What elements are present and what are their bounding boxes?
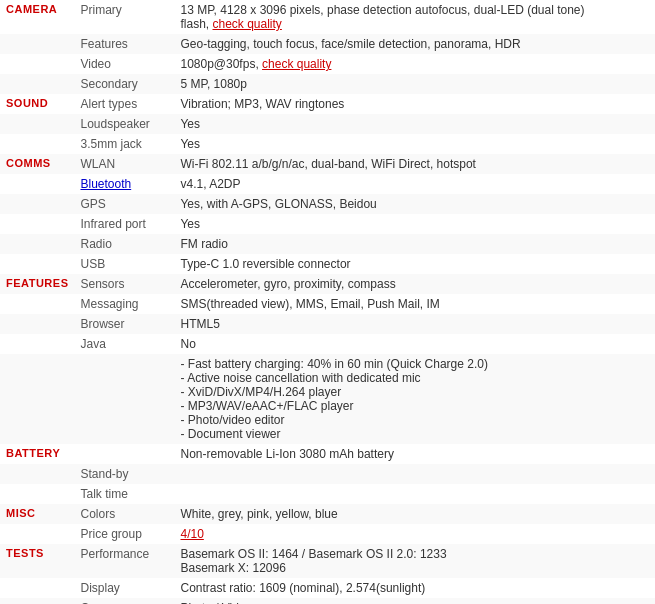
check-quality-link-video[interactable]: check quality xyxy=(262,57,331,71)
comms-usb-row: USB Type-C 1.0 reversible connector xyxy=(0,254,655,274)
java-value: No xyxy=(174,334,655,354)
talktime-label: Talk time xyxy=(74,484,174,504)
performance-label: Performance xyxy=(74,544,174,578)
camera-test-value: Photo / Video xyxy=(174,598,655,604)
wlan-value: Wi-Fi 802.11 a/b/g/n/ac, dual-band, WiFi… xyxy=(174,154,655,174)
sound-section-header: SOUND Alert types Vibration; MP3, WAV ri… xyxy=(0,94,655,114)
java-label: Java xyxy=(74,334,174,354)
camera-section-header: CAMERA Primary 13 MP, 4128 x 3096 pixels… xyxy=(0,0,655,34)
secondary-label: Secondary xyxy=(74,74,174,94)
features-value: Geo-tagging, touch focus, face/smile det… xyxy=(174,34,655,54)
camera-category: CAMERA xyxy=(0,0,74,34)
check-quality-link-camera[interactable]: check quality xyxy=(212,17,281,31)
misc-section-header: MISC Colors White, grey, pink, yellow, b… xyxy=(0,504,655,524)
features-label: Features xyxy=(74,34,174,54)
features-category: FEATURES xyxy=(0,274,74,294)
battery-standby-row: Stand-by xyxy=(0,464,655,484)
alert-types-value: Vibration; MP3, WAV ringtones xyxy=(174,94,655,114)
bluetooth-link[interactable]: Bluetooth xyxy=(80,177,131,191)
price-group-link[interactable]: 4/10 xyxy=(180,527,203,541)
infrared-label: Infrared port xyxy=(74,214,174,234)
radio-value: FM radio xyxy=(174,234,655,254)
video-label: Video xyxy=(74,54,174,74)
colors-value: White, grey, pink, yellow, blue xyxy=(174,504,655,524)
performance-value: Basemark OS II: 1464 / Basemark OS II 2.… xyxy=(174,544,655,578)
camera-test-label: Camera xyxy=(74,598,174,604)
display-label: Display xyxy=(74,578,174,598)
features-extra-row: - Fast battery charging: 40% in 60 min (… xyxy=(0,354,655,444)
comms-infrared-row: Infrared port Yes xyxy=(0,214,655,234)
alert-types-label: Alert types xyxy=(74,94,174,114)
sound-jack-row: 3.5mm jack Yes xyxy=(0,134,655,154)
bluetooth-value: v4.1, A2DP xyxy=(174,174,655,194)
usb-value: Type-C 1.0 reversible connector xyxy=(174,254,655,274)
comms-bluetooth-row: Bluetooth v4.1, A2DP xyxy=(0,174,655,194)
battery-main-value: Non-removable Li-Ion 3080 mAh battery xyxy=(174,444,655,464)
sound-category: SOUND xyxy=(0,94,74,114)
messaging-label: Messaging xyxy=(74,294,174,314)
comms-section-header: COMMS WLAN Wi-Fi 802.11 a/b/g/n/ac, dual… xyxy=(0,154,655,174)
price-group-value: 4/10 xyxy=(174,524,655,544)
comms-gps-row: GPS Yes, with A-GPS, GLONASS, Beidou xyxy=(0,194,655,214)
misc-price-row: Price group 4/10 xyxy=(0,524,655,544)
loudspeaker-label: Loudspeaker xyxy=(74,114,174,134)
features-section-header: FEATURES Sensors Accelerometer, gyro, pr… xyxy=(0,274,655,294)
secondary-value: 5 MP, 1080p xyxy=(174,74,655,94)
jack-label: 3.5mm jack xyxy=(74,134,174,154)
browser-label: Browser xyxy=(74,314,174,334)
standby-label: Stand-by xyxy=(74,464,174,484)
video-value: 1080p@30fps, check quality xyxy=(174,54,655,74)
features-extra-value: - Fast battery charging: 40% in 60 min (… xyxy=(174,354,655,444)
tests-section-header: TESTS Performance Basemark OS II: 1464 /… xyxy=(0,544,655,578)
gps-value: Yes, with A-GPS, GLONASS, Beidou xyxy=(174,194,655,214)
tests-category: TESTS xyxy=(0,544,74,578)
camera-features-row: Features Geo-tagging, touch focus, face/… xyxy=(0,34,655,54)
radio-label: Radio xyxy=(74,234,174,254)
tests-camera-row: Camera Photo / Video xyxy=(0,598,655,604)
jack-value: Yes xyxy=(174,134,655,154)
display-value: Contrast ratio: 1609 (nominal), 2.574(su… xyxy=(174,578,655,598)
sensors-label: Sensors xyxy=(74,274,174,294)
standby-value xyxy=(174,464,655,484)
infrared-value: Yes xyxy=(174,214,655,234)
talktime-value xyxy=(174,484,655,504)
features-java-row: Java No xyxy=(0,334,655,354)
usb-label: USB xyxy=(74,254,174,274)
comms-radio-row: Radio FM radio xyxy=(0,234,655,254)
price-group-label: Price group xyxy=(74,524,174,544)
gps-label: GPS xyxy=(74,194,174,214)
colors-label: Colors xyxy=(74,504,174,524)
browser-value: HTML5 xyxy=(174,314,655,334)
camera-secondary-row: Secondary 5 MP, 1080p xyxy=(0,74,655,94)
sound-loudspeaker-row: Loudspeaker Yes xyxy=(0,114,655,134)
tests-display-row: Display Contrast ratio: 1609 (nominal), … xyxy=(0,578,655,598)
sensors-value: Accelerometer, gyro, proximity, compass xyxy=(174,274,655,294)
misc-category: MISC xyxy=(0,504,74,524)
bluetooth-label: Bluetooth xyxy=(74,174,174,194)
spec-table: CAMERA Primary 13 MP, 4128 x 3096 pixels… xyxy=(0,0,655,604)
battery-category: BATTERY xyxy=(0,444,74,464)
features-messaging-row: Messaging SMS(threaded view), MMS, Email… xyxy=(0,294,655,314)
loudspeaker-value: Yes xyxy=(174,114,655,134)
battery-talktime-row: Talk time xyxy=(0,484,655,504)
primary-label: Primary xyxy=(74,0,174,34)
camera-video-row: Video 1080p@30fps, check quality xyxy=(0,54,655,74)
comms-category: COMMS xyxy=(0,154,74,174)
primary-value: 13 MP, 4128 x 3096 pixels, phase detecti… xyxy=(174,0,655,34)
messaging-value: SMS(threaded view), MMS, Email, Push Mai… xyxy=(174,294,655,314)
wlan-label: WLAN xyxy=(74,154,174,174)
battery-section-header: BATTERY Non-removable Li-Ion 3080 mAh ba… xyxy=(0,444,655,464)
features-browser-row: Browser HTML5 xyxy=(0,314,655,334)
